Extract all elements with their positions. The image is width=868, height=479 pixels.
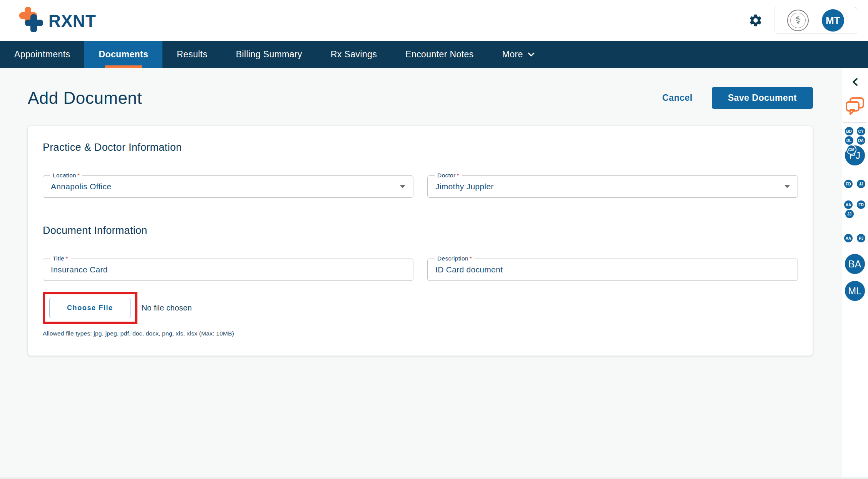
required-asterisk: * xyxy=(470,255,472,262)
title-value: Insurance Card xyxy=(51,265,391,274)
description-value: ID Card document xyxy=(435,265,776,274)
avatar-jj[interactable]: JJ xyxy=(856,179,866,189)
practice-seal-icon: ⚕ xyxy=(787,10,809,31)
description-label: Description* xyxy=(435,255,475,262)
avatar-fd[interactable]: FD xyxy=(856,200,866,210)
main-nav: Appointments Documents Results Billing S… xyxy=(0,41,868,68)
collapse-sidebar-chevron-left-icon[interactable] xyxy=(850,77,860,87)
rxnt-cross-icon xyxy=(19,7,43,34)
tab-billing-summary[interactable]: Billing Summary xyxy=(222,41,316,68)
chevron-down-icon xyxy=(528,52,535,57)
avatar-pj[interactable]: PJ xyxy=(856,233,866,243)
tab-documents[interactable]: Documents xyxy=(84,41,162,68)
avatar-cy[interactable]: CY xyxy=(856,126,866,136)
doctor-label: Doctor* xyxy=(435,172,462,179)
avatar-da[interactable]: DA xyxy=(856,135,866,145)
file-status-text: No file chosen xyxy=(142,304,192,312)
dropdown-arrow-icon xyxy=(400,185,405,188)
location-select[interactable]: Location* Annapolis Office xyxy=(43,175,413,198)
top-header: RXNT ⚕ MT xyxy=(0,0,868,41)
doctor-select[interactable]: Doctor* Jimothy Juppler xyxy=(427,175,798,198)
avatar-aa[interactable]: AA xyxy=(843,200,853,210)
avatar-ba-large[interactable]: BA xyxy=(844,253,866,275)
tab-results[interactable]: Results xyxy=(162,41,222,68)
user-avatar[interactable]: MT xyxy=(822,9,844,32)
patient-avatar-group: AA PJ xyxy=(843,233,866,243)
content-area: Add Document Cancel Save Document Practi… xyxy=(0,68,841,479)
page-title: Add Document xyxy=(28,88,142,108)
patient-avatar-group: BD CY DL DA GM xyxy=(843,126,866,151)
doctor-value: Jimothy Juppler xyxy=(435,182,776,191)
required-asterisk: * xyxy=(77,172,80,179)
brand-name: RXNT xyxy=(49,12,96,31)
sidebar-divider xyxy=(843,122,867,123)
avatar-dl[interactable]: DL xyxy=(844,135,854,145)
account-card[interactable]: ⚕ MT xyxy=(774,7,857,34)
save-document-button[interactable]: Save Document xyxy=(712,87,813,109)
settings-gear-icon[interactable] xyxy=(747,12,764,29)
cancel-button[interactable]: Cancel xyxy=(662,93,692,103)
required-asterisk: * xyxy=(457,172,459,179)
dropdown-arrow-icon xyxy=(784,185,790,188)
section-practice-doctor: Practice & Doctor Information xyxy=(43,142,798,154)
allowed-file-types-note: Allowed file types: jpg, jpeg, pdf, doc,… xyxy=(43,330,798,337)
add-document-form-card: Practice & Doctor Information Location* … xyxy=(28,126,813,356)
avatar-fd[interactable]: FD xyxy=(843,179,853,189)
required-asterisk: * xyxy=(65,255,68,262)
choose-file-button[interactable]: Choose File xyxy=(49,298,131,318)
patient-avatar-group: AA FD JJ xyxy=(843,200,866,219)
right-sidebar: BD CY DL DA GM PJ FD JJ AA FD JJ xyxy=(841,68,868,479)
rxnt-logo[interactable]: RXNT xyxy=(19,7,96,34)
choose-file-highlight-box: Choose File xyxy=(43,292,137,324)
location-value: Annapolis Office xyxy=(51,182,391,191)
messages-chat-icon[interactable] xyxy=(845,97,865,117)
tab-encounter-notes[interactable]: Encounter Notes xyxy=(391,41,488,68)
avatar-bd[interactable]: BD xyxy=(844,126,854,136)
tab-rx-savings[interactable]: Rx Savings xyxy=(316,41,391,68)
tab-more[interactable]: More xyxy=(488,41,549,68)
avatar-aa[interactable]: AA xyxy=(843,233,853,243)
section-document-information: Document Information xyxy=(43,225,798,237)
description-input[interactable]: Description* ID Card document xyxy=(427,259,798,281)
title-label: Title* xyxy=(50,255,71,262)
rxnt-app: RXNT ⚕ MT Appointments Documents Results… xyxy=(0,0,868,479)
tab-appointments[interactable]: Appointments xyxy=(0,41,84,68)
patient-avatar-group: FD JJ xyxy=(843,179,866,189)
bottom-edge xyxy=(0,477,868,479)
avatar-gm[interactable]: GM xyxy=(846,145,856,155)
location-label: Location* xyxy=(50,172,82,179)
title-input[interactable]: Title* Insurance Card xyxy=(43,259,413,281)
avatar-ml-large[interactable]: ML xyxy=(844,280,866,302)
avatar-jj[interactable]: JJ xyxy=(845,209,855,219)
